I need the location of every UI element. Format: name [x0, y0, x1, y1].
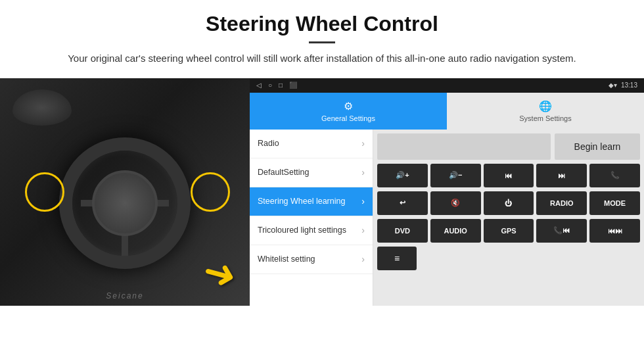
- phone-button[interactable]: 📞: [589, 164, 640, 187]
- chevron-icon: ›: [361, 196, 365, 206]
- status-bar: ◁ ○ □ ⬛ ◆▾ 13:13: [250, 78, 644, 93]
- status-bar-right: ◆▾ 13:13: [609, 82, 637, 89]
- gps-button[interactable]: GPS: [484, 219, 534, 243]
- audio-button[interactable]: AUDIO: [430, 219, 481, 243]
- button-row-4: ≡: [377, 247, 640, 270]
- seicane-watermark: Seicane: [106, 291, 143, 300]
- content-section: ➜ Seicane ◁ ○ □ ⬛ ◆▾ 13:13: [0, 78, 644, 306]
- gps-label: GPS: [501, 227, 516, 235]
- recents-nav-icon[interactable]: □: [279, 82, 283, 89]
- menu-item-radio[interactable]: Radio ›: [250, 130, 373, 158]
- tab-system-settings[interactable]: 🌐 System Settings: [447, 93, 644, 130]
- header-section: Steering Wheel Control Your original car…: [0, 0, 644, 74]
- phone-prev-button[interactable]: 📞⏮: [536, 219, 587, 243]
- right-panel: Begin learn 🔊+ 🔊− ⏮: [373, 130, 644, 306]
- yellow-circle-right: [191, 172, 230, 212]
- chevron-icon: ›: [361, 167, 365, 178]
- back-button[interactable]: ↩: [377, 191, 428, 215]
- button-row-3: DVD AUDIO GPS 📞⏮ ⏮⏭: [377, 219, 640, 243]
- power-button[interactable]: ⏻: [484, 191, 534, 215]
- button-row-1: 🔊+ 🔊− ⏮ ⏭ 📞: [377, 164, 640, 187]
- general-settings-icon: ⚙: [344, 100, 353, 112]
- back-icon: ↩: [400, 199, 405, 207]
- main-content: Radio › DefaultSetting › Steering Wheel …: [250, 130, 644, 306]
- radio-label: RADIO: [550, 199, 573, 207]
- yellow-circle-left: [25, 172, 64, 212]
- settings-tabs: ⚙ General Settings 🌐 System Settings: [250, 93, 644, 130]
- phone-icon: 📞: [610, 171, 620, 180]
- prev-track-icon: ⏮: [505, 172, 512, 180]
- chevron-icon: ›: [361, 225, 365, 235]
- home-nav-icon[interactable]: ○: [268, 82, 272, 89]
- tab-general-settings[interactable]: ⚙ General Settings: [250, 93, 447, 130]
- title-divider: [309, 41, 335, 43]
- back-nav-icon[interactable]: ◁: [256, 82, 262, 89]
- menu-icon: ≡: [394, 253, 400, 264]
- power-icon: ⏻: [505, 199, 512, 207]
- blank-display-area: [377, 133, 551, 160]
- vol-down-button[interactable]: 🔊−: [430, 164, 481, 187]
- mode-button[interactable]: MODE: [589, 191, 640, 215]
- left-menu: Radio › DefaultSetting › Steering Wheel …: [250, 130, 373, 306]
- steering-wheel-outer: [59, 137, 191, 269]
- vol-down-icon: 🔊−: [449, 171, 462, 180]
- mode-label: MODE: [604, 199, 626, 207]
- mute-button[interactable]: 🔇: [430, 191, 481, 215]
- prev-track-button[interactable]: ⏮: [484, 164, 534, 187]
- chevron-icon: ›: [361, 254, 365, 264]
- dvd-label: DVD: [395, 227, 410, 235]
- tab-system-label: System Settings: [519, 114, 571, 122]
- sw-photo-bg: ➜ Seicane: [0, 78, 250, 306]
- chevron-icon: ›: [361, 138, 365, 149]
- page-title: Steering Wheel Control: [39, 12, 605, 36]
- menu-item-default-setting[interactable]: DefaultSetting ›: [250, 158, 373, 187]
- menu-icon-button[interactable]: ≡: [377, 247, 417, 270]
- next-track-button[interactable]: ⏭: [536, 164, 587, 187]
- phone-prev-icon: 📞⏮: [553, 226, 570, 235]
- steering-wheel-photo: ➜ Seicane: [0, 78, 250, 306]
- screenshot-nav-icon[interactable]: ⬛: [289, 82, 297, 89]
- vol-up-button[interactable]: 🔊+: [377, 164, 428, 187]
- next-track-icon: ⏭: [558, 172, 565, 180]
- menu-item-tricoloured[interactable]: Tricoloured light settings ›: [250, 216, 373, 245]
- gauge-area: [12, 89, 72, 126]
- signal-icon: ◆▾: [609, 82, 617, 89]
- top-row: Begin learn: [377, 133, 640, 160]
- ui-panel: ◁ ○ □ ⬛ ◆▾ 13:13 ⚙ General Settings 🌐: [250, 78, 644, 306]
- status-bar-left: ◁ ○ □ ⬛: [256, 82, 297, 89]
- menu-item-steering-wheel[interactable]: Steering Wheel learning ›: [250, 187, 373, 216]
- seek-icon: ⏮⏭: [608, 227, 622, 235]
- seek-button[interactable]: ⏮⏭: [589, 219, 640, 243]
- audio-label: AUDIO: [444, 227, 467, 235]
- button-row-2: ↩ 🔇 ⏻ RADIO MODE: [377, 191, 640, 215]
- tab-general-label: General Settings: [321, 114, 375, 122]
- mute-icon: 🔇: [451, 199, 460, 207]
- radio-button[interactable]: RADIO: [536, 191, 587, 215]
- page-wrapper: Steering Wheel Control Your original car…: [0, 0, 644, 306]
- begin-learn-button[interactable]: Begin learn: [555, 133, 640, 160]
- clock: 13:13: [621, 82, 637, 89]
- dvd-button[interactable]: DVD: [377, 219, 428, 243]
- subtitle: Your original car's steering wheel contr…: [53, 51, 591, 66]
- vol-up-icon: 🔊+: [396, 171, 409, 180]
- steering-wheel-hub: [92, 170, 158, 236]
- system-settings-icon: 🌐: [539, 100, 552, 112]
- menu-item-whitelist[interactable]: Whitelist setting ›: [250, 245, 373, 274]
- yellow-arrow-icon: ➜: [198, 246, 242, 299]
